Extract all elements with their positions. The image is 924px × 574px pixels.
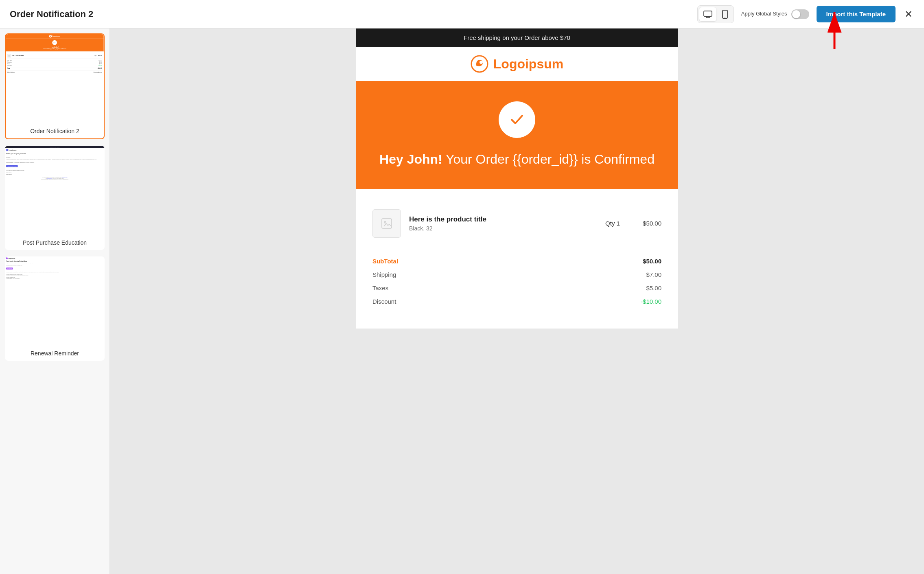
thumbnail-renewal-reminder: Logoipsum Thank you for choosing [Produc… (5, 256, 105, 346)
sidebar: Logoipsum Hey John! Your Order {{order_i… (0, 28, 110, 574)
toggle-knob (792, 10, 800, 18)
hero-title-bold: Hey John! (379, 152, 442, 167)
thumbnail-post-purchase: Welcome to the Family! Logoipsum Thank y… (5, 146, 105, 235)
svg-rect-13 (382, 219, 392, 228)
svg-rect-0 (704, 11, 712, 16)
product-price: $50.00 (633, 220, 661, 227)
svg-rect-9 (9, 55, 10, 56)
close-icon: ✕ (904, 9, 913, 20)
logo-icon (471, 55, 488, 73)
hero-title-rest: Your Order {{order_id}} is Confirmed (442, 152, 655, 167)
content-area: Free shipping on your Order above $70 Lo… (110, 28, 924, 574)
header: Order Notification 2 Apply Global (0, 0, 924, 28)
import-template-button[interactable]: Import this Template (817, 6, 896, 22)
main-layout: Logoipsum Hey John! Your Order {{order_i… (0, 28, 924, 574)
svg-point-14 (384, 221, 386, 223)
shipping-row: Shipping $7.00 (372, 268, 661, 281)
email-logo-section: Logoipsum (356, 47, 678, 81)
global-styles-section: Apply Global Styles (741, 9, 809, 19)
subtotal-value: $50.00 (643, 258, 661, 265)
mobile-view-button[interactable] (718, 7, 732, 21)
hero-check-circle (499, 101, 535, 138)
device-toggle-group (697, 5, 734, 23)
discount-label: Discount (372, 298, 396, 305)
taxes-label: Taxes (372, 285, 388, 291)
svg-point-10 (7, 149, 7, 150)
header-right: Apply Global Styles Import this Template… (697, 5, 914, 23)
card-label-post-purchase: Post Purchase Education (5, 235, 105, 250)
email-top-banner: Free shipping on your Order above $70 (356, 28, 678, 47)
product-info: Here is the product title Black, 32 (409, 215, 592, 232)
template-card-renewal-reminder[interactable]: Logoipsum Thank you for choosing [Produc… (5, 256, 105, 361)
shipping-label: Shipping (372, 271, 396, 278)
hero-title: Hey John! Your Order {{order_id}} is Con… (372, 150, 661, 169)
subtotal-label: SubTotal (372, 258, 398, 265)
discount-row: Discount -$10.00 (372, 295, 661, 308)
email-hero: Hey John! Your Order {{order_id}} is Con… (356, 81, 678, 189)
product-title: Here is the product title (409, 215, 592, 223)
desktop-view-button[interactable] (699, 7, 716, 21)
svg-point-12 (480, 61, 483, 64)
page-title: Order Notification 2 (10, 9, 93, 20)
email-order-section: Here is the product title Black, 32 Qty … (356, 189, 678, 329)
template-card-post-purchase[interactable]: Welcome to the Family! Logoipsum Thank y… (5, 146, 105, 250)
template-card-order-notification-2[interactable]: Logoipsum Hey John! Your Order {{order_i… (5, 33, 105, 139)
global-styles-label: Apply Global Styles (741, 11, 787, 18)
card-label-order-notification-2: Order Notification 2 (6, 124, 104, 138)
shipping-value: $7.00 (646, 271, 661, 278)
email-preview: Free shipping on your Order above $70 Lo… (356, 28, 678, 329)
svg-point-5 (725, 17, 725, 18)
order-item-row: Here is the product title Black, 32 Qty … (372, 201, 661, 246)
taxes-value: $5.00 (646, 285, 661, 291)
product-thumbnail (372, 209, 401, 238)
discount-value: -$10.00 (641, 298, 661, 305)
order-totals: SubTotal $50.00 Shipping $7.00 Taxes $5.… (372, 246, 661, 316)
thumbnail-order-notification-2: Logoipsum Hey John! Your Order {{order_i… (6, 34, 104, 124)
card-label-renewal-reminder: Renewal Reminder (5, 346, 105, 361)
close-button[interactable]: ✕ (903, 7, 914, 22)
product-variant: Black, 32 (409, 225, 592, 232)
product-qty: Qty 1 (600, 220, 625, 227)
logo-text: Logoipsum (493, 57, 563, 72)
subtotal-row: SubTotal $50.00 (372, 254, 661, 268)
taxes-row: Taxes $5.00 (372, 281, 661, 295)
global-styles-toggle[interactable] (791, 9, 809, 19)
